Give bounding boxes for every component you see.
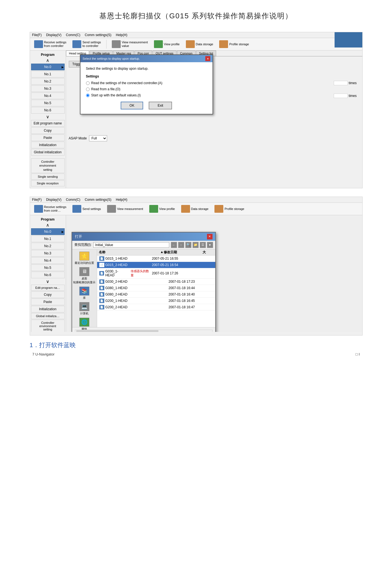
desktop-label: 桌面轮廓检测仪的显示 bbox=[73, 277, 95, 284]
section-1-heading: 1．打开软件蓝映 bbox=[30, 341, 363, 349]
dialog-close-btn[interactable]: ✕ bbox=[205, 56, 210, 61]
nav-network[interactable]: 🌐 网络 bbox=[79, 318, 89, 331]
file-date-7: 2007-01-18 16:47 bbox=[169, 305, 213, 309]
sidebar-item-no1[interactable]: No.1 bbox=[31, 71, 65, 77]
global-initialization-btn[interactable]: Global initialization bbox=[31, 149, 65, 156]
down-arrow-2[interactable]: ∨ bbox=[31, 279, 65, 284]
receive-icon bbox=[34, 40, 43, 48]
sidebar-item-no2[interactable]: No.2 bbox=[31, 78, 65, 85]
sidebar-item-2-no1[interactable]: No.1 bbox=[31, 236, 65, 242]
view-btn-2[interactable]: View measurement bbox=[105, 204, 145, 214]
edit-program-name-btn[interactable]: Edit program name bbox=[31, 120, 65, 127]
file-row-5[interactable]: 📄 G080_2-HEAD 2007-01-18 16:40 bbox=[97, 291, 215, 298]
file-row-2[interactable]: 📄 G030_1-HEAD 传感器头的数量 2007-01-18 17:26 bbox=[97, 268, 215, 279]
radio-1[interactable] bbox=[86, 87, 90, 91]
profile-storage-btn-2[interactable]: Profile storage bbox=[213, 204, 246, 214]
nav-recent[interactable]: ⭐ 最近访问的位置 bbox=[75, 252, 94, 265]
times-input-1[interactable] bbox=[334, 81, 348, 85]
view-mode-icon[interactable]: ☰ bbox=[200, 242, 206, 248]
sidebar-item-no5[interactable]: No.5 bbox=[31, 100, 65, 106]
single-reception-btn[interactable]: Single reception bbox=[31, 180, 65, 186]
down-arrow[interactable]: ∨ bbox=[31, 114, 65, 119]
receive-btn-2[interactable]: Receive settingsfrom contr… bbox=[32, 204, 69, 214]
copy-btn[interactable]: Copy bbox=[31, 127, 65, 134]
view-profile-btn[interactable]: View profile bbox=[152, 39, 182, 49]
times-input-2[interactable] bbox=[334, 94, 348, 98]
file-row-6[interactable]: 📄 G200_1-HEAD 2007-01-18 16:45 bbox=[97, 298, 215, 304]
paste-btn-2[interactable]: Paste bbox=[31, 299, 65, 305]
file-row-1[interactable]: 📄 G015_2-HEAD 2007-05-21 16:54 bbox=[97, 262, 215, 268]
toolbar-1: Receive settings from controller Send se… bbox=[30, 38, 362, 51]
nav-computer[interactable]: 💻 计算机 bbox=[79, 302, 89, 315]
file-row-0[interactable]: 📄 G015_1-HEAD 2007-05-21 16:55 bbox=[97, 256, 215, 262]
back-icon[interactable]: ← bbox=[171, 242, 177, 248]
up-arrow-2[interactable]: ∧ bbox=[31, 222, 65, 228]
sidebar-item-2-no4[interactable]: No.4 bbox=[31, 257, 65, 264]
edit-program-name-btn-2[interactable]: Edit program na… bbox=[31, 285, 65, 291]
file-toolbar-icons: ← ↑ 🔍 📁 ☰ ▼ bbox=[171, 242, 213, 248]
nav-desktop[interactable]: 🖥 桌面轮廓检测仪的显示 bbox=[73, 267, 95, 284]
up-arrow[interactable]: ∧ bbox=[31, 58, 65, 63]
sidebar-item-2-no6[interactable]: No.6 bbox=[31, 272, 65, 278]
menu-comm-2[interactable]: Comm(C) bbox=[66, 198, 80, 202]
sidebar-item-2-no5[interactable]: No.5 bbox=[31, 264, 65, 271]
menu-file[interactable]: File(F) bbox=[32, 33, 42, 37]
file-row-4[interactable]: 📄 G080_1-HEAD 2007-01-18 16:44 bbox=[97, 285, 215, 291]
search-icon[interactable]: 🔍 bbox=[185, 242, 191, 248]
location-input[interactable] bbox=[93, 242, 169, 248]
menu-file-2[interactable]: File(F) bbox=[32, 198, 42, 202]
asap-select[interactable]: Full Partial bbox=[89, 135, 107, 141]
radio-0[interactable] bbox=[86, 81, 90, 85]
radio-2[interactable] bbox=[86, 94, 90, 97]
menu-comm-settings-2[interactable]: Comm settings(S) bbox=[85, 198, 112, 202]
controller-env-btn-2[interactable]: Controllerenvironmentsetting bbox=[31, 320, 65, 332]
radio-option-1: Read from a file.(O) bbox=[86, 87, 207, 91]
initialization-btn[interactable]: Initialization bbox=[31, 142, 65, 148]
file-dialog-close-btn[interactable]: ✕ bbox=[207, 234, 213, 239]
sidebar-item-2-no0[interactable]: No.0 ▶ bbox=[31, 228, 65, 235]
sidebar-item-2-no3[interactable]: No.3 bbox=[31, 250, 65, 257]
file-name-5: G080_2-HEAD bbox=[105, 292, 128, 296]
menu-bar-2: File(F) Display(V) Comm(C) Comm settings… bbox=[30, 197, 362, 203]
send-btn[interactable]: Send settings to controller bbox=[70, 39, 103, 49]
file-bottom-bar: 文件名(N): 打开(O) 文件类型(T): LJ-Navigator prog… bbox=[72, 327, 215, 332]
menu-help[interactable]: Help(H) bbox=[116, 33, 127, 37]
sidebar-item-no6[interactable]: No.6 bbox=[31, 107, 65, 114]
file-row-7[interactable]: 📄 G200_2-HEAD 2007-01-18 16:47 bbox=[97, 304, 215, 310]
file-date-1: 2007-05-21 16:54 bbox=[152, 263, 196, 267]
view-measurement-btn[interactable]: View measurement value bbox=[110, 39, 150, 49]
menu-help-2[interactable]: Help(H) bbox=[116, 198, 127, 202]
receive-btn[interactable]: Receive settings from controller bbox=[32, 39, 69, 49]
global-initialization-btn-2[interactable]: Global initializa… bbox=[31, 313, 65, 319]
file-row-3[interactable]: 📄 G030_2-HEAD 2007-01-18 17:23 bbox=[97, 279, 215, 285]
view-profile-btn-2[interactable]: View profile bbox=[147, 204, 177, 214]
exit-btn[interactable]: Exit bbox=[149, 102, 172, 109]
sidebar-item-no0[interactable]: No.0 ▶ bbox=[31, 64, 65, 70]
menu-comm[interactable]: Comm(C) bbox=[66, 33, 80, 37]
paste-btn[interactable]: Paste bbox=[31, 134, 65, 141]
new-folder-icon[interactable]: 📁 bbox=[193, 242, 199, 248]
sidebar-item-no4[interactable]: No.4 bbox=[31, 92, 65, 99]
single-sending-btn[interactable]: Single sending bbox=[31, 174, 65, 180]
scrollbar-thumb[interactable] bbox=[76, 330, 158, 332]
menu-display[interactable]: Display(V) bbox=[46, 33, 61, 37]
copy-btn-2[interactable]: Copy bbox=[31, 291, 65, 298]
send-icon-2 bbox=[72, 205, 81, 213]
sidebar-item-2-no2[interactable]: No.2 bbox=[31, 243, 65, 249]
profile-storage-btn[interactable]: Profile storage bbox=[217, 39, 251, 49]
view-mode-icon-2[interactable]: ▼ bbox=[207, 242, 213, 248]
sidebar-item-no3[interactable]: No.3 bbox=[31, 85, 65, 92]
menu-display-2[interactable]: Display(V) bbox=[46, 198, 61, 202]
file-icon-1: 📄 bbox=[99, 263, 104, 267]
send-label-2: Send settings bbox=[82, 207, 101, 211]
controller-env-btn[interactable]: Controllerenvironmentsetting bbox=[31, 158, 65, 173]
up-icon[interactable]: ↑ bbox=[178, 242, 184, 248]
menu-comm-settings[interactable]: Comm settings(S) bbox=[85, 33, 112, 37]
nav-library[interactable]: 📚 库 bbox=[79, 287, 89, 300]
menu-bar-1: File(F) Display(V) Comm(C) Comm settings… bbox=[30, 32, 362, 38]
ok-btn[interactable]: OK bbox=[121, 102, 143, 109]
initialization-btn-2[interactable]: Initialization bbox=[31, 306, 65, 312]
data-storage-btn[interactable]: Data storage bbox=[184, 39, 215, 49]
data-storage-btn-2[interactable]: Data storage bbox=[179, 204, 211, 214]
send-btn-2[interactable]: Send settings bbox=[70, 204, 103, 214]
